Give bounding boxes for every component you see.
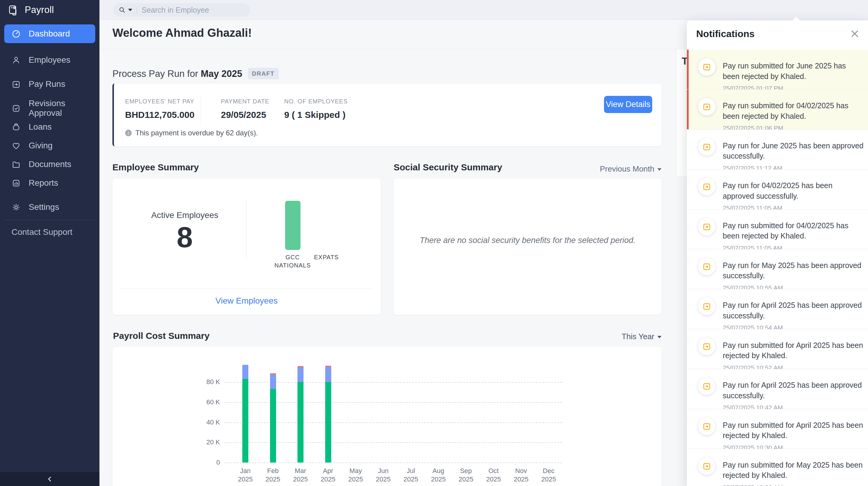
notification-item[interactable]: Pay run for 04/02/2025 has been approved… [687, 170, 868, 209]
bar-apr-2025-blue-segment [325, 367, 331, 382]
notification-text: Pay run submitted for 04/02/2025 has bee… [723, 100, 864, 121]
notification-item[interactable]: Pay run submitted for 04/02/2025 has bee… [687, 210, 868, 249]
bar-jan-2025-blue-segment [242, 365, 248, 379]
active-employees-count: 8 [140, 221, 230, 254]
payrun-notification-icon [698, 58, 715, 76]
payruns-icon [11, 80, 21, 89]
payroll-cost-title: Payroll Cost Summary [113, 331, 210, 341]
sidebar-item-reports[interactable]: Reports [4, 174, 95, 192]
filter-label: This Year [622, 332, 654, 341]
notification-item[interactable]: Pay run submitted for 04/02/2025 has bee… [687, 90, 868, 129]
dashboard-icon [11, 29, 21, 39]
view-details-button[interactable]: View Details [604, 96, 652, 113]
payrun-title-period: May 2025 [201, 68, 242, 79]
notification-text: Pay run for 04/02/2025 has been approved… [723, 180, 864, 201]
giving-icon [11, 141, 21, 150]
payroll-cost-filter[interactable]: This Year [541, 332, 661, 341]
x-axis-tick-label: Aug2025 [425, 467, 452, 484]
revisions-icon [11, 104, 21, 113]
notifications-title: Notifications [696, 28, 755, 39]
payrun-section-title: Process Pay Run for May 2025DRAFT [113, 68, 279, 79]
reports-icon [11, 179, 21, 188]
sidebar-item-label: Giving [29, 141, 53, 150]
notification-item[interactable]: Pay run for April 2025 has been approved… [687, 369, 868, 409]
sidebar-item-label: Revisions Approval [29, 99, 95, 118]
social-security-title: Social Security Summary [394, 162, 502, 173]
info-icon: i [125, 130, 132, 136]
overdue-note: i This payment is overdue by 62 day(s). [125, 129, 258, 137]
sidebar-nav: DashboardEmployeesPay RunsRevisions Appr… [0, 20, 99, 216]
sidebar-item-documents[interactable]: Documents [4, 155, 95, 173]
notification-text: Pay run for April 2025 has been approved… [723, 380, 864, 401]
stat-label: EMPLOYEES' NET PAY [125, 98, 194, 105]
close-icon[interactable] [850, 29, 860, 39]
stat-employee-count: NO. OF EMPLOYEES 9 ( 1 Skipped ) [284, 98, 348, 120]
payrun-title-prefix: Process Pay Run for [113, 68, 201, 79]
stat-value: 29/05/2025 [221, 110, 269, 120]
payrun-notification-icon [698, 377, 715, 395]
payrun-notification-icon [698, 98, 715, 116]
notification-text: Pay run submitted for June 2025 has been… [723, 61, 864, 82]
payrun-notification-icon [698, 178, 715, 195]
x-axis-tick-label: Dec2025 [535, 467, 562, 484]
payrun-notification-icon [698, 418, 715, 435]
social-security-filter[interactable]: Previous Month [541, 164, 661, 174]
sidebar-item-pay-runs[interactable]: Pay Runs [4, 75, 95, 93]
view-employees-link[interactable]: View Employees [113, 296, 381, 306]
stat-value: BHD112,705.000 [125, 110, 194, 120]
sidebar-item-contact-support[interactable]: Contact Support [0, 220, 99, 237]
x-axis-tick-label: Nov2025 [507, 467, 535, 484]
chevron-left-icon [46, 475, 54, 483]
documents-icon [11, 160, 21, 169]
gridline-0 [224, 462, 562, 463]
stat-value: 9 ( 1 Skipped ) [284, 110, 348, 120]
x-axis-tick-label: Mar2025 [287, 467, 314, 484]
search-input[interactable]: Search in Employee [142, 6, 209, 14]
notification-item[interactable]: Pay run for April 2025 has been approved… [687, 289, 868, 329]
payrun-notification-icon [698, 457, 715, 475]
page-title: Welcome Ahmad Ghazali! [113, 27, 252, 39]
empty-state-text: There are no social security benefits fo… [394, 236, 661, 245]
notification-item[interactable]: Pay run submitted for May 2025 has been … [687, 449, 868, 486]
employees-icon [11, 56, 21, 65]
app-logo: Payroll [0, 0, 99, 20]
notification-item[interactable]: Pay run submitted for April 2025 has bee… [687, 329, 868, 369]
x-axis-tick-label: Jul2025 [397, 467, 424, 484]
employee-summary-card: Active Employees 8 View Employees GCC NA… [113, 179, 381, 315]
notification-text: Pay run submitted for April 2025 has bee… [723, 340, 864, 361]
social-security-card: There are no social security benefits fo… [394, 179, 661, 315]
bar-mar-2025-blue-segment [298, 367, 304, 382]
x-axis-tick-label: May2025 [342, 467, 369, 484]
x-axis-tick-label: Jun2025 [370, 467, 397, 484]
notification-text: Pay run submitted for 04/02/2025 has bee… [723, 220, 864, 241]
y-axis-tick-label: 20 K [199, 438, 220, 446]
x-axis-tick-label: Jan2025 [232, 467, 259, 484]
notification-item[interactable]: Pay run for June 2025 has been approved … [687, 130, 868, 170]
notification-item[interactable]: Pay run submitted for April 2025 has bee… [687, 409, 868, 449]
notification-text: Pay run for May 2025 has been approved s… [723, 260, 864, 281]
sidebar-item-employees[interactable]: Employees [4, 51, 95, 69]
search-scope-caret-icon[interactable] [128, 9, 132, 11]
filter-label: Previous Month [600, 164, 654, 173]
sidebar-collapse-button[interactable] [0, 472, 99, 486]
active-employees-label: Active Employees [140, 210, 230, 220]
y-axis-tick-label: 80 K [199, 378, 220, 386]
bar-jan-2025-green-segment [242, 379, 248, 462]
global-search[interactable]: Search in Employee [114, 3, 250, 17]
topbar: Search in Employee Zylker Middle East (B… [99, 0, 868, 20]
sidebar-item-revisions-approval[interactable]: Revisions Approval [4, 99, 95, 117]
employee-category-label: EXPATS [301, 253, 352, 262]
sidebar-item-dashboard[interactable]: Dashboard [4, 24, 95, 43]
sidebar-item-label: Employees [29, 55, 70, 65]
notification-item[interactable]: Pay run submitted for June 2025 has been… [687, 50, 868, 90]
employee-card-divider [246, 199, 247, 260]
loans-icon [11, 122, 21, 132]
bar-feb-2025-red-segment [270, 373, 276, 374]
notification-item[interactable]: Pay run for May 2025 has been approved s… [687, 249, 868, 289]
sidebar-item-loans[interactable]: Loans [4, 118, 95, 136]
sidebar-item-giving[interactable]: Giving [4, 136, 95, 155]
sidebar-item-settings[interactable]: Settings [4, 198, 95, 216]
sidebar-item-label: Loans [29, 122, 52, 132]
bar-mar-2025-red-segment [298, 366, 304, 367]
notification-text: Pay run for April 2025 has been approved… [723, 300, 864, 321]
